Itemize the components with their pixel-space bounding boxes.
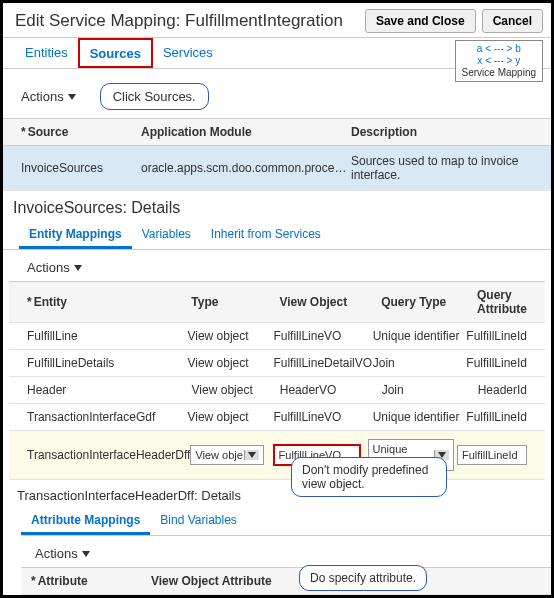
sources-table-row[interactable]: InvoiceSources oracle.apps.scm.doo.commo…: [3, 146, 551, 191]
sources-actions-menu[interactable]: Actions: [21, 89, 76, 104]
cancel-button[interactable]: Cancel: [482, 9, 543, 33]
callout-specify-attribute: Do specify attribute.: [299, 565, 427, 591]
attribute-mappings-actions-menu[interactable]: Actions: [35, 546, 90, 561]
query-attribute-input[interactable]: FulfillLineId: [457, 445, 527, 465]
tab-bind-variables[interactable]: Bind Variables: [150, 507, 247, 535]
entity-row[interactable]: Header View object HeaderVO Join HeaderI…: [9, 377, 545, 404]
tab-inherit-from-services[interactable]: Inherit from Services: [201, 221, 331, 249]
entity-table-header: *Entity Type View Object Query Type Quer…: [9, 281, 545, 323]
transaction-interface-dff-details-title: TransactionInterfaceHeaderDff: Details: [3, 480, 551, 507]
entity-row-editable[interactable]: TransactionInterfaceHeaderDff View obje …: [9, 431, 545, 480]
entity-row[interactable]: FulfillLine View object FulfillLineVO Un…: [9, 323, 545, 350]
type-select[interactable]: View obje: [190, 445, 264, 465]
service-mapping-hint: a < --- > b x < --- > y Service Mapping: [455, 40, 543, 82]
sources-table-header: *Source Application Module Description: [3, 118, 551, 146]
invoice-sources-details-title: InvoiceSources: Details: [3, 191, 551, 221]
callout-click-sources: Click Sources.: [100, 83, 209, 110]
page-title: Edit Service Mapping: FulfillmentIntegra…: [15, 11, 343, 31]
tab-services[interactable]: Services: [153, 39, 223, 68]
save-and-close-button[interactable]: Save and Close: [365, 9, 476, 33]
callout-dont-modify-vo: Don't modify predefined view object.: [291, 457, 447, 497]
tab-variables[interactable]: Variables: [132, 221, 201, 249]
attribute-table-header: *Attribute View Object Attribute Express…: [21, 567, 551, 595]
entity-row[interactable]: FulfillLineDetails View object FulfillLi…: [9, 350, 545, 377]
tab-entities[interactable]: Entities: [15, 39, 78, 68]
tab-entity-mappings[interactable]: Entity Mappings: [19, 221, 132, 249]
chevron-down-icon: [82, 551, 90, 557]
chevron-down-icon: [74, 265, 82, 271]
entity-row[interactable]: TransactionInterfaceGdf View object Fulf…: [9, 404, 545, 431]
tab-attribute-mappings[interactable]: Attribute Mappings: [21, 507, 150, 535]
tab-sources[interactable]: Sources: [78, 38, 153, 68]
chevron-down-icon: [68, 94, 76, 100]
chevron-down-icon: [248, 452, 256, 458]
entity-mappings-actions-menu[interactable]: Actions: [27, 260, 82, 275]
